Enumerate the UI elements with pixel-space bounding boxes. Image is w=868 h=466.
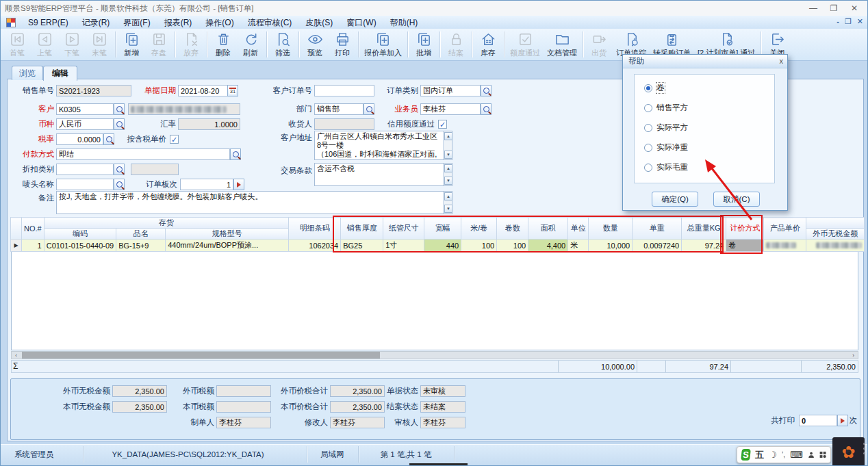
toolbar-button-10[interactable]: 预览: [301, 31, 329, 59]
scrollbar-thumb[interactable]: [22, 352, 380, 359]
toolbar-button-13[interactable]: 批增: [410, 31, 437, 59]
calendar-button[interactable]: 31: [227, 85, 238, 96]
radio-icon[interactable]: [644, 124, 652, 132]
mdi-restore-icon[interactable]: ❐: [845, 17, 852, 26]
pricing-option-3[interactable]: 实际净重: [644, 142, 688, 153]
cell-0[interactable]: 1: [22, 240, 44, 252]
scroll-up-icon[interactable]: ▲: [444, 192, 452, 200]
pricing-option-1[interactable]: 销售平方: [644, 103, 688, 113]
maximize-icon[interactable]: ❐: [824, 3, 844, 13]
scroll-left-icon[interactable]: ‹: [12, 352, 21, 359]
toolbar-button-12[interactable]: 报价单加入: [361, 31, 405, 59]
menu-item-6[interactable]: 皮肤(S): [298, 18, 340, 27]
toolbar-button-11[interactable]: 打印: [329, 31, 356, 59]
tax-rate-field[interactable]: 0.0000: [56, 133, 103, 145]
punctuation-icon[interactable]: ’,: [782, 451, 785, 458]
dialog-close-icon[interactable]: x: [780, 57, 784, 65]
currency-lookup-button[interactable]: [114, 118, 125, 130]
scroll-right-icon[interactable]: ›: [849, 352, 858, 359]
scroll-down-icon[interactable]: ▼: [444, 151, 452, 159]
scroll-down-icon[interactable]: ▼: [444, 205, 452, 213]
column-header-2[interactable]: 品名: [116, 229, 166, 240]
order-edition-spinner[interactable]: [233, 179, 244, 190]
payment-field[interactable]: 即结: [56, 148, 230, 160]
department-lookup-button[interactable]: [363, 103, 374, 115]
ime-mode-icon[interactable]: 五: [755, 449, 764, 461]
menu-item-2[interactable]: 界面(F): [116, 18, 157, 27]
tray-app-icon[interactable]: ✿: [832, 437, 865, 466]
cell-1[interactable]: C0101-015-0440-09: [44, 240, 116, 252]
tab-browse[interactable]: 浏览: [12, 66, 43, 80]
column-header-1[interactable]: 编码: [44, 229, 116, 240]
scroll-up-icon[interactable]: ▲: [444, 164, 452, 172]
pricing-option-4[interactable]: 实际毛重: [644, 162, 688, 172]
menu-item-1[interactable]: 记录(R): [75, 18, 117, 27]
menu-item-7[interactable]: 窗口(W): [340, 18, 383, 27]
toolbar-button-7[interactable]: 删除: [209, 31, 237, 59]
scroll-down-icon[interactable]: ▼: [444, 177, 452, 185]
customer-lookup-button[interactable]: [114, 103, 125, 115]
customer-po-field[interactable]: [314, 85, 374, 96]
payment-lookup-button[interactable]: [230, 148, 241, 160]
column-group-inventory[interactable]: 存货: [44, 218, 288, 229]
mark-name-field[interactable]: [56, 179, 114, 190]
toolbar-button-17[interactable]: 文档管理: [544, 31, 580, 59]
trade-terms-scrollbar[interactable]: ▲ ▼: [443, 164, 452, 185]
pricing-option-0[interactable]: 卷: [644, 83, 665, 93]
cell-2[interactable]: BG-15+9: [116, 240, 166, 252]
radio-icon[interactable]: [644, 144, 652, 152]
toolbar-button-8[interactable]: 刷新: [237, 31, 264, 59]
radio-icon[interactable]: [644, 84, 652, 92]
department-field[interactable]: 销售部: [314, 103, 363, 115]
mdi-minimize-icon[interactable]: -: [837, 17, 839, 26]
menu-item-8[interactable]: 帮助(H): [383, 18, 425, 27]
salesman-field[interactable]: 李桂芬: [420, 103, 481, 115]
tab-edit[interactable]: 编辑: [43, 66, 77, 81]
menu-item-0[interactable]: S9 ERP(E): [21, 18, 75, 27]
cancel-button[interactable]: 取消(C): [713, 192, 760, 207]
menu-item-3[interactable]: 报表(R): [157, 18, 199, 27]
ime-toolbar[interactable]: S 五 ☽ ’, ⌨: [737, 446, 831, 463]
customer-field[interactable]: K0305: [56, 103, 114, 115]
mark-name-lookup-button[interactable]: [114, 179, 125, 190]
order-category-field[interactable]: 国内订单: [420, 85, 481, 96]
cell-17[interactable]: [806, 240, 865, 252]
toolbar-button-4[interactable]: 新增: [118, 31, 145, 59]
order-edition-field[interactable]: 1: [180, 179, 233, 190]
ime-logo-icon[interactable]: S: [741, 449, 751, 461]
pricing-option-2[interactable]: 实际平方: [644, 122, 688, 133]
scroll-up-icon[interactable]: ▲: [444, 132, 452, 140]
salesman-lookup-button[interactable]: [481, 103, 492, 115]
minimize-icon[interactable]: —: [803, 3, 824, 13]
tax-rate-lookup-button[interactable]: [103, 133, 114, 145]
help-dialog-titlebar[interactable]: 帮助 x: [623, 55, 787, 68]
order-category-lookup-button[interactable]: [481, 85, 492, 96]
menu-item-4[interactable]: 操作(O): [199, 18, 240, 27]
column-header-3[interactable]: 规格型号: [166, 229, 289, 240]
discount-type-field[interactable]: [56, 164, 114, 175]
moon-icon[interactable]: ☽: [769, 450, 777, 460]
trade-terms-field[interactable]: 含运不含税: [314, 163, 452, 186]
discount-type-lookup-button[interactable]: [114, 164, 125, 175]
toolbar-button-15[interactable]: 库存: [474, 31, 502, 59]
close-icon[interactable]: ✕: [844, 3, 865, 13]
column-header-0[interactable]: NO.#: [22, 218, 44, 240]
tools-grid-icon[interactable]: [819, 450, 826, 459]
currency-field[interactable]: 人民币: [56, 118, 114, 130]
credit-passed-checkbox[interactable]: [438, 120, 447, 129]
radio-icon[interactable]: [644, 164, 652, 172]
print-count-spinner[interactable]: [837, 415, 848, 426]
grid-horizontal-scrollbar[interactable]: ‹ ›: [11, 351, 858, 359]
keyboard-icon[interactable]: ⌨: [790, 450, 803, 460]
cell-16[interactable]: [764, 240, 806, 252]
person-icon[interactable]: [808, 450, 815, 459]
remark-scrollbar[interactable]: ▲ ▼: [443, 192, 452, 213]
remark-field[interactable]: 按J, 天地盒，打井字带，外包缠绕膜。外包装加贴客户唛头。: [56, 191, 452, 214]
column-header-16[interactable]: 产品单价: [764, 218, 806, 240]
toolbar-button-9[interactable]: 筛选: [269, 31, 296, 59]
customer-address-field[interactable]: 广州白云区人和镇白米布秀水工业区8号一楼 （106国道，时利和海鲜酒家正对面, …: [314, 131, 452, 160]
mdi-close-icon[interactable]: ✕: [857, 17, 863, 26]
cell-3[interactable]: 440mm/24um/BOPP预涂...: [166, 240, 289, 252]
radio-icon[interactable]: [644, 104, 652, 112]
ok-button[interactable]: 确定(Q): [652, 192, 698, 207]
